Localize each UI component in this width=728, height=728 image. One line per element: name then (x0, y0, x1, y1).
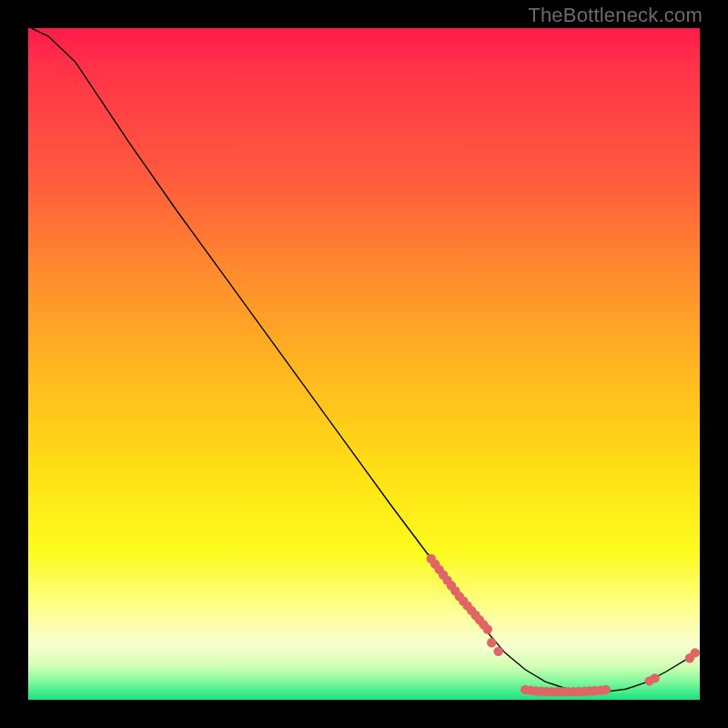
chart-overlay-svg (28, 28, 700, 700)
watermark-text: TheBottleneck.com (528, 4, 703, 27)
chart-marker (493, 647, 502, 656)
chart-marker (601, 685, 610, 694)
chart-marker (483, 624, 492, 633)
chart-plot-area (28, 28, 700, 700)
chart-marker (487, 638, 496, 647)
chart-curve (32, 28, 699, 692)
chart-marker (650, 673, 659, 682)
chart-marker (691, 648, 700, 657)
